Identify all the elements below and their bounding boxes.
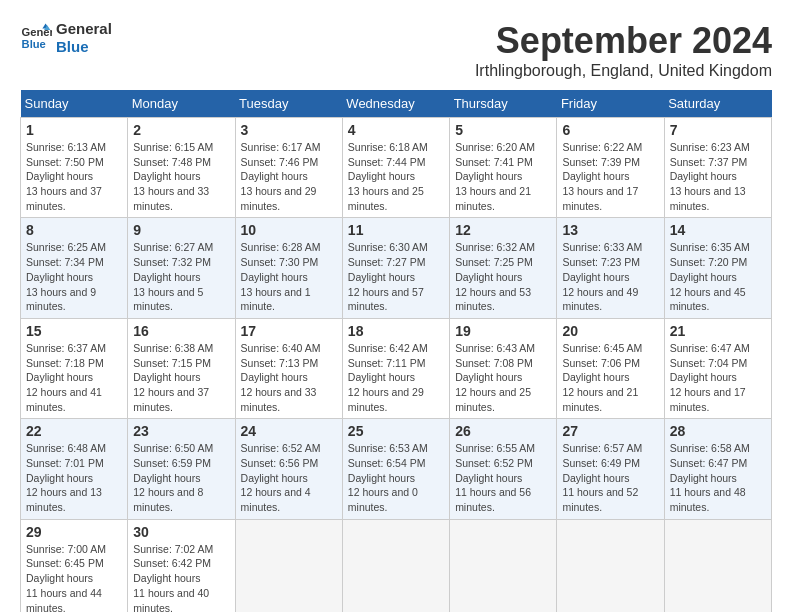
calendar-cell <box>557 519 664 612</box>
day-number: 4 <box>348 122 444 138</box>
weekday-header-friday: Friday <box>557 90 664 118</box>
calendar-cell: 4 Sunrise: 6:18 AMSunset: 7:44 PMDayligh… <box>342 118 449 218</box>
month-year-title: September 2024 <box>475 20 772 62</box>
calendar-cell <box>664 519 771 612</box>
day-number: 26 <box>455 423 551 439</box>
day-number: 9 <box>133 222 229 238</box>
day-detail: Sunrise: 6:23 AMSunset: 7:37 PMDaylight … <box>670 141 750 212</box>
day-number: 3 <box>241 122 337 138</box>
day-number: 5 <box>455 122 551 138</box>
calendar-cell <box>342 519 449 612</box>
calendar-cell: 23 Sunrise: 6:50 AMSunset: 6:59 PMDaylig… <box>128 419 235 519</box>
day-detail: Sunrise: 6:52 AMSunset: 6:56 PMDaylight … <box>241 442 321 513</box>
calendar-table: SundayMondayTuesdayWednesdayThursdayFrid… <box>20 90 772 612</box>
calendar-week-4: 22 Sunrise: 6:48 AMSunset: 7:01 PMDaylig… <box>21 419 772 519</box>
calendar-cell: 12 Sunrise: 6:32 AMSunset: 7:25 PMDaylig… <box>450 218 557 318</box>
calendar-cell: 8 Sunrise: 6:25 AMSunset: 7:34 PMDayligh… <box>21 218 128 318</box>
day-number: 8 <box>26 222 122 238</box>
day-number: 27 <box>562 423 658 439</box>
day-number: 12 <box>455 222 551 238</box>
day-number: 29 <box>26 524 122 540</box>
day-detail: Sunrise: 6:35 AMSunset: 7:20 PMDaylight … <box>670 241 750 312</box>
day-number: 25 <box>348 423 444 439</box>
calendar-cell: 25 Sunrise: 6:53 AMSunset: 6:54 PMDaylig… <box>342 419 449 519</box>
day-detail: Sunrise: 6:18 AMSunset: 7:44 PMDaylight … <box>348 141 428 212</box>
day-number: 10 <box>241 222 337 238</box>
calendar-cell: 6 Sunrise: 6:22 AMSunset: 7:39 PMDayligh… <box>557 118 664 218</box>
day-detail: Sunrise: 6:42 AMSunset: 7:11 PMDaylight … <box>348 342 428 413</box>
calendar-cell: 10 Sunrise: 6:28 AMSunset: 7:30 PMDaylig… <box>235 218 342 318</box>
day-detail: Sunrise: 6:32 AMSunset: 7:25 PMDaylight … <box>455 241 535 312</box>
calendar-cell: 5 Sunrise: 6:20 AMSunset: 7:41 PMDayligh… <box>450 118 557 218</box>
calendar-week-3: 15 Sunrise: 6:37 AMSunset: 7:18 PMDaylig… <box>21 318 772 418</box>
logo-text-line1: General <box>56 20 112 38</box>
calendar-cell: 9 Sunrise: 6:27 AMSunset: 7:32 PMDayligh… <box>128 218 235 318</box>
page-header: General Blue General Blue September 2024… <box>20 20 772 80</box>
calendar-cell: 16 Sunrise: 6:38 AMSunset: 7:15 PMDaylig… <box>128 318 235 418</box>
day-detail: Sunrise: 6:15 AMSunset: 7:48 PMDaylight … <box>133 141 213 212</box>
day-detail: Sunrise: 7:00 AMSunset: 6:45 PMDaylight … <box>26 543 106 612</box>
title-section: September 2024 Irthlingborough, England,… <box>475 20 772 80</box>
calendar-cell: 26 Sunrise: 6:55 AMSunset: 6:52 PMDaylig… <box>450 419 557 519</box>
logo-icon: General Blue <box>20 22 52 54</box>
day-detail: Sunrise: 6:57 AMSunset: 6:49 PMDaylight … <box>562 442 642 513</box>
calendar-cell <box>450 519 557 612</box>
weekday-header-wednesday: Wednesday <box>342 90 449 118</box>
day-number: 28 <box>670 423 766 439</box>
calendar-cell: 3 Sunrise: 6:17 AMSunset: 7:46 PMDayligh… <box>235 118 342 218</box>
day-number: 23 <box>133 423 229 439</box>
day-detail: Sunrise: 6:47 AMSunset: 7:04 PMDaylight … <box>670 342 750 413</box>
day-number: 7 <box>670 122 766 138</box>
day-detail: Sunrise: 6:17 AMSunset: 7:46 PMDaylight … <box>241 141 321 212</box>
day-detail: Sunrise: 6:20 AMSunset: 7:41 PMDaylight … <box>455 141 535 212</box>
weekday-header-saturday: Saturday <box>664 90 771 118</box>
day-detail: Sunrise: 6:58 AMSunset: 6:47 PMDaylight … <box>670 442 750 513</box>
day-number: 16 <box>133 323 229 339</box>
day-detail: Sunrise: 6:13 AMSunset: 7:50 PMDaylight … <box>26 141 106 212</box>
day-detail: Sunrise: 6:53 AMSunset: 6:54 PMDaylight … <box>348 442 428 513</box>
day-detail: Sunrise: 6:33 AMSunset: 7:23 PMDaylight … <box>562 241 642 312</box>
calendar-cell: 24 Sunrise: 6:52 AMSunset: 6:56 PMDaylig… <box>235 419 342 519</box>
calendar-cell: 30 Sunrise: 7:02 AMSunset: 6:42 PMDaylig… <box>128 519 235 612</box>
calendar-cell: 1 Sunrise: 6:13 AMSunset: 7:50 PMDayligh… <box>21 118 128 218</box>
logo-text-line2: Blue <box>56 38 112 56</box>
weekday-header-thursday: Thursday <box>450 90 557 118</box>
day-detail: Sunrise: 6:45 AMSunset: 7:06 PMDaylight … <box>562 342 642 413</box>
day-number: 17 <box>241 323 337 339</box>
day-number: 6 <box>562 122 658 138</box>
calendar-cell: 20 Sunrise: 6:45 AMSunset: 7:06 PMDaylig… <box>557 318 664 418</box>
calendar-cell: 28 Sunrise: 6:58 AMSunset: 6:47 PMDaylig… <box>664 419 771 519</box>
day-number: 18 <box>348 323 444 339</box>
calendar-week-1: 1 Sunrise: 6:13 AMSunset: 7:50 PMDayligh… <box>21 118 772 218</box>
calendar-week-2: 8 Sunrise: 6:25 AMSunset: 7:34 PMDayligh… <box>21 218 772 318</box>
calendar-cell: 21 Sunrise: 6:47 AMSunset: 7:04 PMDaylig… <box>664 318 771 418</box>
day-detail: Sunrise: 6:38 AMSunset: 7:15 PMDaylight … <box>133 342 213 413</box>
calendar-cell: 22 Sunrise: 6:48 AMSunset: 7:01 PMDaylig… <box>21 419 128 519</box>
calendar-cell: 18 Sunrise: 6:42 AMSunset: 7:11 PMDaylig… <box>342 318 449 418</box>
day-number: 11 <box>348 222 444 238</box>
calendar-cell: 14 Sunrise: 6:35 AMSunset: 7:20 PMDaylig… <box>664 218 771 318</box>
day-number: 21 <box>670 323 766 339</box>
day-number: 1 <box>26 122 122 138</box>
day-number: 20 <box>562 323 658 339</box>
calendar-cell: 2 Sunrise: 6:15 AMSunset: 7:48 PMDayligh… <box>128 118 235 218</box>
svg-text:Blue: Blue <box>22 38 46 50</box>
day-detail: Sunrise: 6:28 AMSunset: 7:30 PMDaylight … <box>241 241 321 312</box>
calendar-week-5: 29 Sunrise: 7:00 AMSunset: 6:45 PMDaylig… <box>21 519 772 612</box>
day-detail: Sunrise: 6:25 AMSunset: 7:34 PMDaylight … <box>26 241 106 312</box>
day-number: 15 <box>26 323 122 339</box>
logo: General Blue General Blue <box>20 20 112 56</box>
day-number: 13 <box>562 222 658 238</box>
calendar-cell: 11 Sunrise: 6:30 AMSunset: 7:27 PMDaylig… <box>342 218 449 318</box>
calendar-cell: 13 Sunrise: 6:33 AMSunset: 7:23 PMDaylig… <box>557 218 664 318</box>
calendar-cell: 27 Sunrise: 6:57 AMSunset: 6:49 PMDaylig… <box>557 419 664 519</box>
day-number: 24 <box>241 423 337 439</box>
calendar-cell: 15 Sunrise: 6:37 AMSunset: 7:18 PMDaylig… <box>21 318 128 418</box>
location-subtitle: Irthlingborough, England, United Kingdom <box>475 62 772 80</box>
day-number: 14 <box>670 222 766 238</box>
day-detail: Sunrise: 6:48 AMSunset: 7:01 PMDaylight … <box>26 442 106 513</box>
weekday-header-row: SundayMondayTuesdayWednesdayThursdayFrid… <box>21 90 772 118</box>
day-number: 2 <box>133 122 229 138</box>
day-detail: Sunrise: 6:50 AMSunset: 6:59 PMDaylight … <box>133 442 213 513</box>
day-detail: Sunrise: 6:55 AMSunset: 6:52 PMDaylight … <box>455 442 535 513</box>
